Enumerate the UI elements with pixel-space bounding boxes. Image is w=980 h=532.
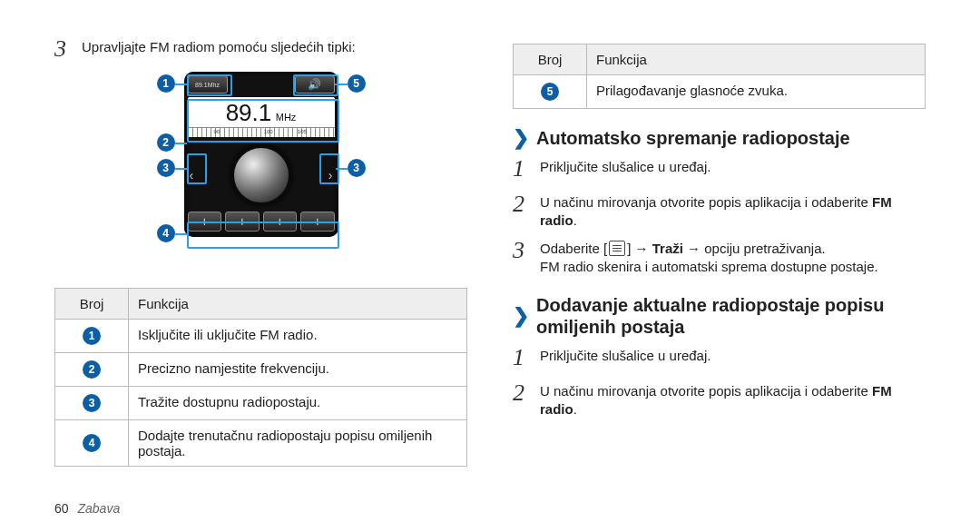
secA-step-1: 1 Priključite slušalice u uređaj. — [513, 156, 926, 184]
table-header-number: Broj — [55, 289, 129, 320]
preset-add-button: + — [188, 212, 222, 232]
step-text-part: Odaberite [ — [540, 241, 607, 256]
right-column: Broj Funkcija 5 Prilagođavanje glasnoće … — [513, 36, 926, 467]
seek-left-icon: ‹ — [190, 168, 194, 182]
step-text: Odaberite [] → Traži → opciju pretraživa… — [540, 238, 878, 277]
row-badge: 2 — [83, 360, 101, 379]
step-text-part: U načinu mirovanja otvorite popis aplika… — [540, 194, 868, 210]
row-badge: 4 — [83, 434, 101, 452]
step-text-part: → opciju pretraživanja. — [683, 241, 826, 256]
step-text: U načinu mirovanja otvorite popis aplika… — [540, 380, 926, 419]
menu-key-icon — [609, 241, 625, 256]
step-text: Priključite slušalice u uređaj. — [540, 156, 710, 176]
preset-add-button: + — [225, 212, 260, 232]
step-number: 1 — [513, 153, 531, 184]
step-text: U načinu mirovanja otvorite popis aplika… — [540, 192, 926, 231]
table-row: 3 Tražite dostupnu radiopostaju. — [55, 387, 467, 420]
callout-line — [175, 84, 187, 85]
frequency-ruler: 90 100 105 — [188, 127, 335, 137]
heading-add-favorite: ❯ Dodavanje aktualne radiopostaje popisu… — [513, 294, 926, 338]
ruler-tick: 90 — [214, 129, 220, 134]
row-badge: 3 — [83, 394, 101, 412]
callout-line — [336, 168, 348, 170]
preset-add-button: + — [300, 212, 335, 232]
callout-badge-2: 2 — [157, 133, 175, 152]
row-text: Isključite ili uključite FM radio. — [129, 320, 467, 353]
fm-radio-mock: 89.1Mhz 🔊 89.1 MHz 90 100 105 — [184, 72, 338, 237]
ruler-tick: 105 — [298, 129, 307, 134]
chevron-icon: ❯ — [513, 128, 529, 148]
step-number: 2 — [513, 377, 531, 409]
table-header-function: Funkcija — [129, 289, 467, 320]
callout-badge-5: 5 — [348, 74, 366, 93]
radio-figure: 89.1Mhz 🔊 89.1 MHz 90 100 105 — [54, 72, 467, 281]
table-row: 5 Prilagođavanje glasnoće zvuka. — [514, 75, 926, 109]
frequency-value: 89.1 — [226, 99, 272, 126]
callout-line — [175, 233, 187, 235]
search-keyword: Traži — [652, 241, 683, 256]
table-row: 2 Precizno namjestite frekvenciju. — [55, 353, 467, 387]
left-step-3: 3 Upravljajte FM radiom pomoću sljedećih… — [54, 36, 467, 64]
table-header-function: Funkcija — [587, 44, 926, 75]
frequency-display: 89.1 MHz 90 100 105 — [188, 97, 335, 137]
table-row: 1 Isključite ili uključite FM radio. — [55, 320, 467, 353]
heading-auto-save: ❯ Automatsko spremanje radiopostaje — [513, 127, 926, 149]
page-footer: 60 Zabava — [54, 501, 120, 516]
step-number: 1 — [513, 341, 531, 373]
secB-step-1: 1 Priključite slušalice u uređaj. — [513, 345, 926, 373]
step-number: 3 — [513, 234, 531, 266]
step-number: 2 — [513, 188, 531, 220]
callout-line — [175, 143, 187, 144]
callout-line — [335, 84, 348, 85]
radio-station-button: 89.1Mhz — [188, 75, 228, 94]
ruler-tick: 100 — [264, 129, 273, 134]
row-text: Prilagođavanje glasnoće zvuka. — [587, 75, 926, 109]
preset-add-button: + — [263, 212, 298, 232]
left-column: 3 Upravljajte FM radiom pomoću sljedećih… — [54, 36, 467, 467]
radio-speaker-button: 🔊 — [295, 75, 335, 94]
tuning-row: ‹ › — [184, 139, 338, 212]
step-note: FM radio skenira i automatski sprema dos… — [540, 259, 878, 274]
table-row: 4 Dodajte trenutačnu radiopostaju popisu… — [55, 420, 467, 467]
row-badge: 1 — [83, 327, 101, 345]
table-header-number: Broj — [514, 44, 587, 75]
secB-step-2: 2 U načinu mirovanja otvorite popis apli… — [513, 380, 926, 419]
row-text: Tražite dostupnu radiopostaju. — [129, 387, 467, 420]
section-name: Zabava — [77, 501, 120, 516]
preset-row: + + + + — [184, 212, 338, 237]
step-text: Priključite slušalice u uređaj. — [540, 345, 710, 365]
frequency-unit: MHz — [276, 112, 297, 123]
row-text: Precizno namjestite frekvenciju. — [129, 353, 467, 387]
heading-text: Automatsko spremanje radiopostaje — [536, 127, 850, 149]
callout-badge-4: 4 — [157, 224, 175, 242]
step-text-part: U načinu mirovanja otvorite popis aplika… — [540, 383, 868, 399]
step-text: Upravljajte FM radiom pomoću sljedećih t… — [82, 36, 356, 56]
secA-step-2: 2 U načinu mirovanja otvorite popis apli… — [513, 192, 926, 231]
secA-step-3: 3 Odaberite [] → Traži → opciju pretraži… — [513, 238, 926, 277]
callout-badge-1: 1 — [157, 74, 175, 93]
heading-text: Dodavanje aktualne radiopostaje popisu o… — [536, 294, 926, 338]
seek-right-icon: › — [328, 168, 333, 182]
speaker-icon: 🔊 — [308, 79, 321, 90]
chevron-icon: ❯ — [513, 306, 529, 326]
callout-line — [175, 168, 187, 170]
step-text-part: ] → — [627, 241, 652, 256]
callout-badge-3-right: 3 — [348, 159, 366, 177]
left-table: Broj Funkcija 1 Isključite ili uključite… — [54, 288, 467, 467]
page-number: 60 — [54, 501, 69, 516]
step-number: 3 — [54, 33, 73, 64]
tuning-knob — [230, 144, 292, 206]
row-badge: 5 — [541, 83, 559, 101]
row-text: Dodajte trenutačnu radiopostaju popisu o… — [129, 420, 467, 467]
right-table: Broj Funkcija 5 Prilagođavanje glasnoće … — [513, 44, 926, 109]
callout-badge-3-left: 3 — [157, 159, 175, 177]
